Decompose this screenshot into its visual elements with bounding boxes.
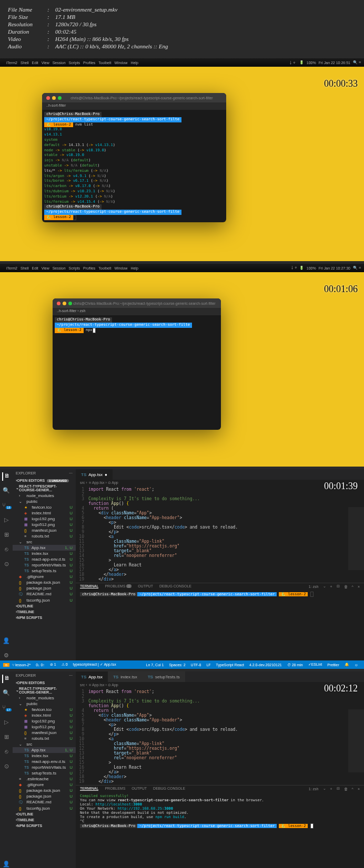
- tree-item[interactable]: {} package-lock.jsonU: [13, 580, 76, 585]
- feedback-icon[interactable]: ☺: [352, 663, 361, 667]
- tab-app-tsx[interactable]: TS App.tsx ●: [76, 469, 113, 480]
- tree-item[interactable]: TS react-app-env.d.tsU: [13, 759, 76, 764]
- tree-item[interactable]: TS index.tsxU: [13, 551, 76, 556]
- terminal-output[interactable]: chris@Chriss-MacBook-Pro~/projects/react…: [42, 110, 226, 222]
- explorer-icon[interactable]: 🗎: [2, 472, 11, 481]
- terminal-titlebar[interactable]: chris@Chriss-MacBook-Pro:~/projects/reac…: [42, 93, 226, 102]
- frame-3: 00:01:39 🗎 🔍 ⑂18 ▷ ⊞ ⎋ ⊙ 👤 ⚙ EXPLORER⋯ ›…: [0, 469, 364, 669]
- maximize-icon[interactable]: [58, 96, 62, 100]
- tree-item[interactable]: {} package.jsonU: [13, 585, 76, 591]
- tree-item[interactable]: ◆ .gitignoreU: [13, 782, 76, 788]
- tree-item[interactable]: TS react-app-env.d.tsU: [13, 556, 76, 562]
- remote-indicator[interactable]: ⎋: [3, 663, 9, 667]
- close-icon[interactable]: [46, 96, 50, 100]
- tree-item[interactable]: ◈ index.htmlU: [13, 712, 76, 718]
- extensions-icon[interactable]: ⊞: [2, 531, 11, 540]
- remote-icon[interactable]: ⎋: [2, 748, 11, 757]
- shell-select[interactable]: 1: zsh: [309, 585, 319, 588]
- tree-item[interactable]: {} manifest.jsonU: [13, 528, 76, 533]
- tree-item[interactable]: TS App.tsx1, U: [13, 545, 76, 551]
- settings-icon[interactable]: ⚙: [2, 652, 11, 660]
- source-control-icon[interactable]: ⑂17: [2, 704, 11, 712]
- new-terminal-icon[interactable]: +: [330, 585, 332, 588]
- tree-item[interactable]: ◈ index.htmlU: [13, 510, 76, 516]
- search-icon[interactable]: 🔍 ≡: [353, 60, 361, 65]
- trash-icon[interactable]: 🗑: [344, 585, 348, 588]
- minimap[interactable]: [348, 507, 364, 570]
- terminal-tab[interactable]: ..h-sort-filter: [42, 102, 226, 110]
- tab-setuptests[interactable]: TS setupTests.ts: [143, 671, 185, 682]
- terminal-panel: TERMINAL PROBLEMS 1 OUTPUT DEBUG CONSOLE…: [76, 583, 364, 611]
- frame-4: 00:02:12 🗎 🔍 ⑂17 ▷ ⊞ ⎋ ⊙ 👤 ⚙ EXPLORER⋯ ›…: [0, 671, 364, 868]
- frame-1: iTerm2 Shell Edit View Session Scripts P…: [0, 58, 364, 261]
- debug-icon[interactable]: ▷: [2, 516, 11, 525]
- source-control-icon[interactable]: ⑂18: [2, 502, 11, 510]
- output-tab[interactable]: OUTPUT: [138, 584, 153, 588]
- status-bar: ⎋ ⑂ lesson-2* 0↓ 0↑ ⊘ 1 ⚠ 0 typescriptre…: [0, 660, 364, 669]
- tree-item[interactable]: ▦ logo192.pngU: [13, 718, 76, 724]
- terminal-window[interactable]: chris@Chriss-MacBook-Pro:~/projects/reac…: [42, 93, 226, 222]
- tree-item[interactable]: TS reportWebVitals.tsU: [13, 562, 76, 568]
- minimap[interactable]: [348, 709, 364, 772]
- battery-icon[interactable]: 🔋: [299, 60, 304, 65]
- split-icon[interactable]: ⊟: [337, 584, 340, 588]
- debug-icon[interactable]: ▷: [2, 719, 11, 727]
- tree-item[interactable]: ≡ robots.txtU: [13, 533, 76, 539]
- tree-item[interactable]: ⌄ src: [13, 741, 76, 747]
- tree-item[interactable]: ≡ .eslintcacheU: [13, 776, 76, 782]
- remote-icon[interactable]: ⎋: [2, 546, 11, 554]
- tree-item[interactable]: ≡ robots.txtU: [13, 736, 76, 741]
- account-icon[interactable]: 👤: [2, 637, 11, 646]
- tree-item[interactable]: TS reportWebVitals.tsU: [13, 764, 76, 770]
- minimize-icon[interactable]: [52, 96, 56, 100]
- bell-icon[interactable]: 🔔: [342, 663, 352, 667]
- search-icon[interactable]: 🔍: [2, 487, 11, 495]
- activity-bar: 🗎 🔍 ⑂18 ▷ ⊞ ⎋ ⊙ 👤 ⚙: [0, 469, 13, 660]
- breadcrumb[interactable]: src › ⚛ App.tsx › ⊙ App: [76, 480, 364, 486]
- tree-item[interactable]: ⌄ src: [13, 539, 76, 545]
- github-icon[interactable]: ⊙: [2, 561, 11, 569]
- github-icon[interactable]: ⊙: [2, 763, 11, 771]
- editor: TS App.tsx ● src › ⚛ App.tsx › ⊙ App 1im…: [76, 469, 364, 660]
- tab-index-tsx[interactable]: TS index.tsx: [108, 671, 143, 682]
- tree-item[interactable]: › node_modules: [13, 695, 76, 701]
- tree-item[interactable]: TS setupTests.tsU: [13, 770, 76, 776]
- tree-item[interactable]: {} tsconfig.jsonU: [13, 597, 76, 603]
- tree-item[interactable]: ⌄ public: [13, 499, 76, 504]
- problems-tab[interactable]: PROBLEMS 1: [105, 584, 132, 588]
- tree-item[interactable]: {} package.jsonU: [13, 793, 76, 799]
- tree-item[interactable]: ★ favicon.icoU: [13, 707, 76, 712]
- app-name[interactable]: iTerm2: [6, 61, 17, 65]
- extensions-icon[interactable]: ⊞: [2, 733, 11, 742]
- tree-item[interactable]: TS index.tsxU: [13, 753, 76, 759]
- tree-item[interactable]: {} manifest.jsonU: [13, 730, 76, 736]
- tree-item[interactable]: ▦ logo512.pngU: [13, 522, 76, 528]
- tab-app-tsx[interactable]: TS App.tsx: [76, 671, 108, 682]
- tree-item[interactable]: {} package-lock.jsonU: [13, 788, 76, 793]
- tree-item[interactable]: ◆ .gitignoreU: [13, 574, 76, 580]
- wifi-icon[interactable]: ⏚ ᯤ: [290, 61, 297, 65]
- tree-item[interactable]: ★ favicon.icoU: [13, 504, 76, 510]
- debug-console-tab[interactable]: DEBUG CONSOLE: [159, 584, 191, 588]
- maximize-panel-icon[interactable]: ^: [352, 585, 353, 588]
- tree-item[interactable]: ⌄ public: [13, 701, 76, 707]
- account-icon[interactable]: 👤: [2, 861, 11, 868]
- git-branch[interactable]: ⑂ lesson-2*: [9, 663, 33, 667]
- tree-item[interactable]: ⓘ README.mdU: [13, 591, 76, 597]
- timestamp: 00:01:06: [324, 284, 358, 295]
- terminal-window[interactable]: chris@Chriss-MacBook-Pro:~/projects/reac…: [53, 298, 221, 430]
- tree-item[interactable]: TS App.tsx1, U: [13, 747, 76, 753]
- timestamp: 00:00:33: [324, 78, 358, 89]
- code-editor[interactable]: 1import React from 'react';23Complexity …: [76, 486, 364, 583]
- close-panel-icon[interactable]: ×: [358, 585, 360, 588]
- search-icon[interactable]: 🔍: [2, 689, 11, 698]
- tree-item[interactable]: ▦ logo192.pngU: [13, 516, 76, 522]
- tree-item[interactable]: › node_modules: [13, 493, 76, 499]
- tree-item[interactable]: ⓘ README.mdU: [13, 799, 76, 805]
- terminal-tab[interactable]: TERMINAL: [80, 584, 98, 588]
- tree-item[interactable]: TS setupTests.tsU: [13, 568, 76, 574]
- explorer-icon[interactable]: 🗎: [2, 675, 11, 683]
- tree-item[interactable]: {} tsconfig.jsonU: [13, 805, 76, 811]
- tree-item[interactable]: ▦ logo512.pngU: [13, 724, 76, 730]
- code-editor[interactable]: 1import React from 'react';23Complexity …: [76, 688, 364, 785]
